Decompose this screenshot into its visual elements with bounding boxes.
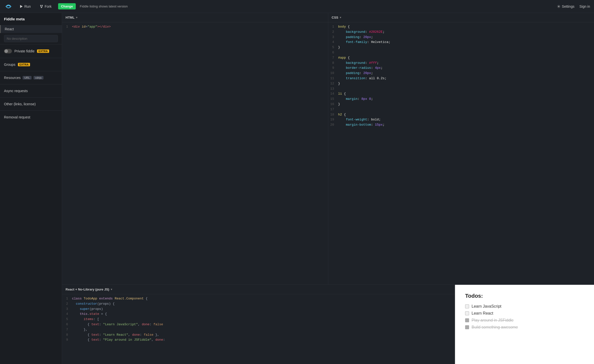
js-line-3: 3 super(props) bbox=[62, 307, 455, 312]
css-line-1: 1body { bbox=[328, 24, 594, 30]
css-line-5: 5} bbox=[328, 45, 594, 50]
css-line-17: 17 bbox=[328, 107, 594, 112]
async-section[interactable]: Async requests bbox=[0, 86, 62, 95]
removal-section[interactable]: Removal request bbox=[0, 113, 62, 122]
groups-section[interactable]: Groups EXTRA bbox=[0, 60, 62, 69]
todo-checkbox-2[interactable] bbox=[465, 311, 469, 315]
settings-label: Settings bbox=[562, 4, 575, 8]
todo-checkbox-3[interactable] bbox=[465, 318, 469, 322]
css-code-editor[interactable]: 1body { 2 background: #20262E; 3 padding… bbox=[328, 22, 594, 285]
html-chevron-icon[interactable]: ▼ bbox=[75, 16, 78, 19]
todo-label-4: Build something awesome bbox=[472, 325, 518, 329]
preview-panel: Todos: Learn JavaScript Learn React Play… bbox=[455, 285, 594, 364]
resources-label: Resources bbox=[4, 76, 21, 80]
todo-item-1: Learn JavaScript bbox=[465, 304, 584, 309]
settings-icon bbox=[557, 5, 560, 8]
css-line-8: 8 background: #fff; bbox=[328, 61, 594, 66]
svg-point-3 bbox=[42, 5, 42, 6]
css-panel: CSS ▼ 1body { 2 background: #20262E; 3 p… bbox=[328, 13, 594, 285]
js-panel: React + No-Library (pure JS) ▼ 1class To… bbox=[62, 285, 455, 364]
run-button[interactable]: Run bbox=[17, 3, 33, 10]
change-message: Fiddle listing shows latest version bbox=[80, 4, 128, 8]
css-line-13: 13 bbox=[328, 86, 594, 92]
divider-3 bbox=[0, 71, 62, 71]
css-line-2: 2 background: #20262E; bbox=[328, 30, 594, 35]
private-toggle[interactable] bbox=[4, 49, 12, 53]
css-line-11: 11 transition: all 0.2s; bbox=[328, 76, 594, 81]
fork-button[interactable]: Fork bbox=[37, 3, 54, 10]
run-label: Run bbox=[24, 4, 31, 8]
js-line-7: 7 }, bbox=[62, 327, 455, 332]
cdnjs-tag[interactable]: cdnjs bbox=[34, 76, 43, 79]
html-panel-header: HTML ▼ bbox=[62, 13, 328, 22]
css-line-10: 10 padding: 20px; bbox=[328, 71, 594, 76]
settings-button[interactable]: Settings bbox=[557, 4, 575, 8]
css-line-20: 20 margin-bottom: 15px; bbox=[328, 122, 594, 128]
js-line-6: 6 { text: "Learn JavaScript", done: fals… bbox=[62, 322, 455, 327]
todo-checkbox-4[interactable] bbox=[465, 325, 469, 329]
js-line-1: 1class TodoApp extends React.Component { bbox=[62, 296, 455, 301]
change-button[interactable]: Change bbox=[58, 3, 76, 9]
fork-icon bbox=[40, 5, 43, 8]
sidebar: Fiddle meta React No description Private… bbox=[0, 13, 62, 364]
svg-point-5 bbox=[558, 6, 559, 7]
css-line-18: 18h2 { bbox=[328, 112, 594, 117]
js-line-9: 9 { text: "Play around in JSFiddle", don… bbox=[62, 337, 455, 343]
css-line-19: 19 font-weight: bold; bbox=[328, 117, 594, 122]
private-extra-badge: EXTRA bbox=[37, 49, 49, 53]
css-chevron-icon[interactable]: ▼ bbox=[339, 16, 342, 19]
url-tag[interactable]: URL bbox=[23, 76, 32, 79]
svg-marker-1 bbox=[20, 5, 23, 8]
css-panel-header: CSS ▼ bbox=[328, 13, 594, 22]
private-label: Private fiddle bbox=[14, 49, 35, 53]
css-line-15: 15 margin: 8px 0; bbox=[328, 97, 594, 102]
css-line-6: 6 bbox=[328, 50, 594, 55]
todo-label-1: Learn JavaScript bbox=[472, 304, 501, 309]
todo-checkbox-1[interactable] bbox=[465, 304, 469, 308]
css-line-16: 16} bbox=[328, 102, 594, 107]
topbar: Run Fork Change Fiddle listing shows lat… bbox=[0, 0, 594, 13]
private-fiddle-row: Private fiddle EXTRA bbox=[0, 46, 62, 56]
html-code-editor[interactable]: 1 <div id="app"></div> bbox=[62, 22, 328, 285]
divider-2 bbox=[0, 58, 62, 58]
css-line-14: 14li { bbox=[328, 91, 594, 97]
editors-bottom: React + No-Library (pure JS) ▼ 1class To… bbox=[62, 285, 594, 364]
js-code-editor[interactable]: 1class TodoApp extends React.Component {… bbox=[62, 294, 455, 364]
css-line-3: 3 padding: 20px; bbox=[328, 35, 594, 40]
fork-label: Fork bbox=[45, 4, 52, 8]
css-panel-title: CSS bbox=[332, 16, 338, 19]
divider-4 bbox=[0, 84, 62, 84]
todo-item-3: Play around in JSFiddle bbox=[465, 318, 584, 323]
js-line-2: 2 constructor(props) { bbox=[62, 301, 455, 307]
js-line-8: 8 { text: "Learn React", done: false }, bbox=[62, 332, 455, 338]
todo-item-4: Build something awesome bbox=[465, 325, 584, 329]
css-line-9: 9 border-radius: 4px; bbox=[328, 66, 594, 71]
sidebar-title: Fiddle meta bbox=[0, 17, 62, 25]
js-chevron-icon[interactable]: ▼ bbox=[110, 288, 113, 291]
js-panel-header: React + No-Library (pure JS) ▼ bbox=[62, 285, 455, 294]
html-line-1: 1 <div id="app"></div> bbox=[62, 24, 328, 30]
preview-content: Todos: Learn JavaScript Learn React Play… bbox=[455, 285, 594, 340]
svg-rect-0 bbox=[4, 2, 13, 11]
groups-label: Groups bbox=[4, 63, 15, 67]
editors-top: HTML ▼ 1 <div id="app"></div> CSS ▼ 1b bbox=[62, 13, 594, 285]
html-panel: HTML ▼ 1 <div id="app"></div> bbox=[62, 13, 328, 285]
todo-item-2: Learn React bbox=[465, 311, 584, 316]
divider-1 bbox=[0, 44, 62, 44]
run-icon bbox=[19, 5, 23, 8]
js-line-5: 5 items: [ bbox=[62, 317, 455, 322]
css-line-4: 4 font-family: Helvetica; bbox=[328, 40, 594, 45]
js-panel-title: React + No-Library (pure JS) bbox=[66, 288, 109, 291]
divider-5 bbox=[0, 97, 62, 98]
logo-icon bbox=[4, 2, 13, 11]
js-line-4: 4 this.state = { bbox=[62, 312, 455, 317]
css-line-7: 7#app { bbox=[328, 55, 594, 61]
framework-selector[interactable]: React bbox=[0, 25, 62, 33]
css-line-12: 12} bbox=[328, 81, 594, 86]
signin-button[interactable]: Sign in bbox=[579, 4, 590, 8]
preview-title: Todos: bbox=[465, 293, 584, 299]
svg-point-2 bbox=[40, 5, 41, 6]
description-field[interactable]: No description bbox=[4, 35, 58, 42]
other-section[interactable]: Other (links, license) bbox=[0, 100, 62, 109]
resources-section[interactable]: Resources URL cdnjs bbox=[0, 73, 62, 82]
